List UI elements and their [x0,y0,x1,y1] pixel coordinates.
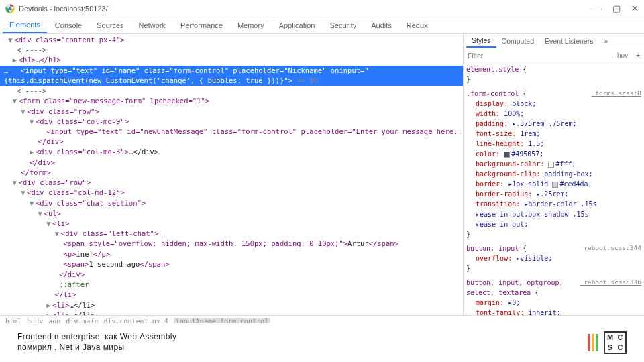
rule-form-elements[interactable]: button, input, optgroup, select, textare… [466,278,641,315]
window-controls: — ▢ ✕ [593,3,639,13]
add-rule-button[interactable]: + [636,52,640,59]
window-title: Devtools - localhost:50123/ [19,5,593,13]
chrome-icon [5,4,15,13]
footer-text: Frontend в enterprise: как Web.Assembly … [17,332,176,353]
sidebar-tabs: Styles Computed Event Listeners » [464,34,644,48]
rule-element-style[interactable]: element.style { } [466,64,641,84]
sidetab-computed[interactable]: Computed [496,35,539,47]
minimize-button[interactable]: — [593,3,602,13]
tab-redux[interactable]: Redux [400,19,435,32]
titlebar: Devtools - localhost:50123/ — ▢ ✕ [0,0,644,17]
svg-point-1 [9,7,12,10]
styles-list[interactable]: element.style { } .form-control {_forms.… [464,63,644,315]
slide-footer: Frontend в enterprise: как Web.Assembly … [0,323,644,362]
selected-node[interactable]: … <input type="text" id="name" class="fo… [0,66,463,86]
dom-tree[interactable]: ▼<div class="content px-4"> <!----> ▶<h1… [0,34,463,315]
rule-button-input[interactable]: button, input {_reboot.scss:344 overflow… [466,243,641,274]
close-button[interactable]: ✕ [631,3,639,13]
rule-form-control[interactable]: .form-control {_forms.scss:8 display: bl… [466,88,641,239]
maximize-button[interactable]: ▢ [612,3,621,13]
styles-filter-input[interactable] [468,52,611,60]
sidetab-more[interactable]: » [598,35,613,47]
tab-console[interactable]: Console [48,19,89,32]
sidetab-styles[interactable]: Styles [466,34,496,48]
tab-sources[interactable]: Sources [90,19,130,32]
tab-security[interactable]: Security [323,19,363,32]
sidetab-eventlisteners[interactable]: Event Listeners [539,35,598,47]
styles-sidebar: Styles Computed Event Listeners » :hov +… [463,34,644,315]
hov-toggle[interactable]: :hov [615,52,628,59]
tab-audits[interactable]: Audits [364,19,398,32]
tab-application[interactable]: Application [272,19,322,32]
devtools-tabs: Elements Console Sources Network Perform… [0,17,644,34]
mcsc-logo: MCSC [604,331,627,354]
tab-elements[interactable]: Elements [3,18,47,33]
tab-network[interactable]: Network [132,19,172,32]
styles-filter-row: :hov + [464,48,644,63]
tab-performance[interactable]: Performance [174,19,229,32]
tab-memory[interactable]: Memory [231,19,271,32]
main-panel: ▼<div class="content px-4"> <!----> ▶<h1… [0,34,644,315]
stripes-icon [588,334,598,351]
